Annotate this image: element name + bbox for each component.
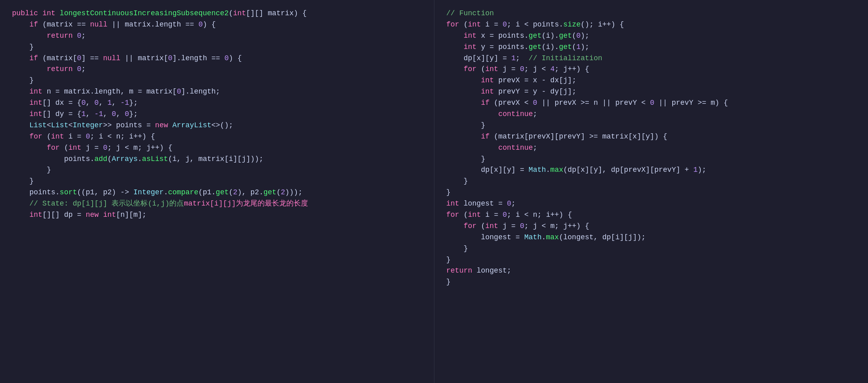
code-line: if (matrix[0] == null || matrix[0].lengt… (12, 53, 422, 64)
code-line: int[] dx = {0, 0, 1, -1}; (12, 98, 422, 109)
code-line: continue; (446, 109, 856, 120)
code-line: if (prevX < 0 || prevX >= n || prevY < 0… (446, 98, 856, 109)
code-line: } (446, 154, 856, 165)
code-line: int[] dy = {1, -1, 0, 0}; (12, 109, 422, 120)
code-line: for (int j = 0; j < m; j++) { (12, 143, 422, 154)
code-line: return longest; (446, 265, 856, 277)
code-line: } (446, 243, 856, 255)
right-code-panel: // Function for (int i = 0; i < points.s… (434, 0, 868, 383)
code-line: int y = points.get(i).get(1); (446, 42, 856, 53)
code-line: for (int j = 0; j < m; j++) { (446, 221, 856, 232)
code-line: List<List<Integer>> points = new ArrayLi… (12, 120, 422, 131)
code-line: if (matrix == null || matrix.length == 0… (12, 19, 422, 31)
code-line: int longest = 0; (446, 198, 856, 210)
code-line: return 0; (12, 64, 422, 75)
code-line: dp[x][y] = Math.max(dp[x][y], dp[prevX][… (446, 165, 856, 176)
code-line: int[][] dp = new int[n][m]; (12, 210, 422, 221)
code-line: int x = points.get(i).get(0); (446, 31, 856, 42)
code-line: int prevX = x - dx[j]; (446, 75, 856, 86)
left-code-content: public int longestContinuousIncreasingSu… (12, 8, 422, 221)
code-line: continue; (446, 143, 856, 154)
code-line: for (int i = 0; i < n; i++) { (446, 210, 856, 221)
code-line: } (12, 75, 422, 86)
code-line: for (int i = 0; i < points.size(); i++) … (446, 19, 856, 31)
code-line: for (int j = 0; j < 4; j++) { (446, 64, 856, 75)
code-line: return 0; (12, 31, 422, 42)
code-line: points.add(Arrays.asList(i, j, matrix[i]… (12, 154, 422, 165)
right-code-content: // Function for (int i = 0; i < points.s… (446, 8, 856, 288)
code-line: dp[x][y] = 1; // Initialization (446, 53, 856, 64)
code-line: int n = matrix.length, m = matrix[0].len… (12, 86, 422, 98)
code-line: } (446, 255, 856, 266)
code-line: } (446, 120, 856, 131)
code-line: points.sort((p1, p2) -> Integer.compare(… (12, 187, 422, 198)
code-line: longest = Math.max(longest, dp[i][j]); (446, 232, 856, 243)
code-line: // Function (446, 8, 856, 19)
code-line: } (12, 165, 422, 176)
code-line: if (matrix[prevX][prevY] >= matrix[x][y]… (446, 131, 856, 143)
code-line: } (12, 42, 422, 53)
code-line: } (446, 187, 856, 198)
code-line: int prevY = y - dy[j]; (446, 86, 856, 98)
left-code-panel: public int longestContinuousIncreasingSu… (0, 0, 434, 383)
code-line: } (12, 176, 422, 187)
code-line: } (446, 277, 856, 288)
code-line: public int longestContinuousIncreasingSu… (12, 8, 422, 19)
code-line: for (int i = 0; i < n; i++) { (12, 131, 422, 143)
code-line: // State: dp[i][j] 表示以坐标(i,j)的点matrix[i]… (12, 198, 422, 210)
code-line: } (446, 176, 856, 187)
